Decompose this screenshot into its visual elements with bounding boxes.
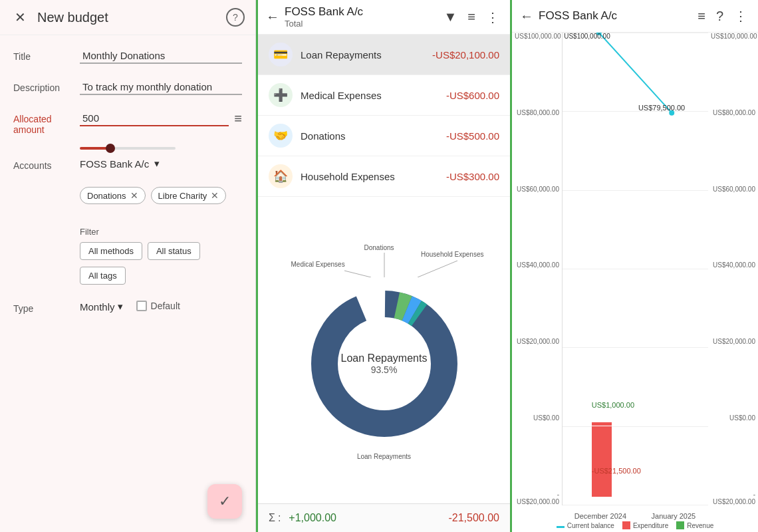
legend-current-balance-label: Current balance: [567, 522, 614, 529]
default-checkbox-label[interactable]: Default: [136, 301, 180, 311]
data-label-1000: US$1,000.00: [592, 401, 634, 409]
tx-medical-amount: -US$600.00: [446, 90, 499, 101]
amount-input[interactable]: [80, 111, 229, 126]
tx-donations-amount: -US$500.00: [446, 130, 499, 142]
right-panel: ← FOSS Bank A/c ≡ ? ⋮ US$100,000.00 US$8…: [512, 0, 758, 532]
tx-household-name: Household Expenses: [301, 171, 446, 182]
right-more-icon[interactable]: ⋮: [731, 5, 750, 27]
revenue-bar: [592, 422, 612, 426]
description-label: Description: [13, 80, 80, 93]
title-row: Title: [13, 49, 242, 64]
right-list-icon[interactable]: ≡: [695, 6, 708, 27]
accounts-label: Accounts: [13, 158, 80, 171]
y-label-0-right: US$0.00: [711, 414, 755, 422]
filter-btn-section: Filter All methods All status All tags: [80, 227, 242, 285]
middle-header-titles: FOSS Bank A/c Total: [285, 5, 436, 29]
all-tags-button[interactable]: All tags: [80, 267, 126, 285]
legend-revenue: Revenue: [676, 521, 713, 529]
middle-panel: ← FOSS Bank A/c Total ▼ ≡ ⋮ 💳 Loan Repay…: [256, 0, 512, 532]
donut-center-label: Loan Repayments: [341, 352, 428, 364]
chip-donations-label: Donations: [87, 191, 126, 201]
y-label-40k-right: US$40,000.00: [711, 261, 755, 269]
filter-text-label: Filter: [80, 227, 242, 237]
checkmark-icon: ✓: [219, 493, 231, 510]
svg-line-3: [599, 33, 672, 113]
transaction-row-loan[interactable]: 💳 Loan Repayments -US$20,100.00: [258, 35, 510, 75]
sigma-icon[interactable]: ≡: [234, 111, 242, 126]
filter-icon[interactable]: ▼: [442, 7, 460, 27]
y-label-60k-left: US$60,000.00: [515, 186, 559, 193]
donut-chart-area: Medical Expenses Donations Household Exp…: [258, 197, 510, 503]
confirm-fab-button[interactable]: ✓: [207, 484, 242, 519]
right-title: FOSS Bank A/c: [539, 9, 690, 23]
filter-placeholder: [13, 187, 80, 190]
transaction-row-medical[interactable]: ➕ Medical Expenses -US$600.00: [258, 75, 510, 116]
chip-donations-remove-icon[interactable]: ✕: [130, 190, 138, 201]
default-checkbox[interactable]: [136, 301, 147, 311]
svg-line-0: [344, 271, 371, 277]
legend-current-balance-color: [557, 526, 565, 528]
description-input[interactable]: [80, 80, 242, 95]
allocated-label: Allocated amount: [13, 111, 80, 135]
type-dropdown-icon: ▾: [118, 301, 123, 313]
y-axis-right: US$100,000.00 US$80,000.00 US$60,000.00 …: [708, 33, 758, 505]
type-row: Type Monthly ▾ Default: [13, 301, 242, 314]
filter-label-row: Type Filter All methods All status All t…: [13, 227, 242, 285]
donut-center-text: Loan Repayments 93.5%: [341, 352, 428, 375]
y-label-60k-right: US$60,000.00: [711, 186, 755, 193]
allocated-row: Allocated amount ≡: [13, 111, 242, 135]
middle-header: ← FOSS Bank A/c Total ▼ ≡ ⋮: [258, 0, 510, 35]
close-button[interactable]: ✕: [11, 8, 29, 27]
transaction-row-household[interactable]: 🏠 Household Expenses -US$300.00: [258, 156, 510, 197]
chip-libre-charity[interactable]: Libre Charity ✕: [151, 187, 227, 204]
tx-donations-name: Donations: [301, 130, 446, 142]
data-label-neg21500: -US$21,500.00: [592, 467, 641, 475]
footer-negative-amount: -21,500.00: [448, 512, 499, 524]
title-label: Title: [13, 49, 80, 62]
amount-slider-row: [13, 140, 242, 158]
chip-donations[interactable]: Donations ✕: [80, 187, 146, 204]
donations-icon: 🤝: [269, 124, 293, 148]
loan-icon: 💳: [269, 43, 293, 66]
middle-back-button[interactable]: ←: [266, 9, 279, 25]
accounts-select[interactable]: FOSS Bank A/c ▾: [80, 158, 242, 170]
accounts-row: Accounts FOSS Bank A/c ▾: [13, 158, 242, 171]
chip-libre-charity-remove-icon[interactable]: ✕: [211, 190, 219, 201]
type-value: Monthly: [80, 301, 115, 313]
amount-slider[interactable]: [80, 147, 176, 150]
filter-btns-row: All methods All status: [80, 242, 242, 260]
donut-center-pct: 93.5%: [341, 364, 428, 375]
middle-header-icons: ▼ ≡ ⋮: [442, 7, 502, 28]
list-icon[interactable]: ≡: [465, 7, 478, 27]
middle-footer: Σ : +1,000.00 -21,500.00: [258, 503, 510, 532]
donut-bottom-label: Loan Repayments: [357, 453, 411, 460]
y-label-neg20k-right: -US$20,000.00: [711, 491, 755, 505]
y-label-20k-left: US$20,000.00: [515, 338, 559, 345]
right-header: ← FOSS Bank A/c ≡ ? ⋮: [512, 0, 758, 33]
right-help-icon[interactable]: ?: [713, 6, 726, 27]
data-label-100k: US$100,000.00: [564, 33, 610, 40]
y-label-100k-left: US$100,000.00: [515, 33, 559, 40]
donut-top-labels: Medical Expenses Donations Household Exp…: [285, 241, 484, 277]
chart-inner: US$100,000.00 US$79,500.00 US$1,000.00 -…: [562, 33, 708, 505]
all-methods-button[interactable]: All methods: [80, 242, 142, 260]
more-icon[interactable]: ⋮: [483, 7, 502, 28]
x-label-dec-2024: December 2024: [574, 512, 626, 520]
tx-loan-name: Loan Repayments: [301, 49, 432, 61]
transaction-row-donations[interactable]: 🤝 Donations -US$500.00: [258, 116, 510, 156]
left-panel: ✕ New budget ? Title Description Allocat…: [0, 0, 256, 532]
type-select[interactable]: Monthly ▾: [80, 301, 123, 313]
left-header: ✕ New budget ?: [0, 0, 255, 35]
filter-section: Donations ✕ Libre Charity ✕: [80, 187, 242, 211]
legend-expenditure-color: [622, 521, 630, 529]
title-input[interactable]: [80, 49, 242, 64]
help-button[interactable]: ?: [226, 8, 245, 27]
line-chart-svg: [563, 33, 708, 505]
y-label-80k-left: US$80,000.00: [515, 109, 559, 116]
legend-current-balance: Current balance: [557, 522, 614, 529]
right-header-icons: ≡ ? ⋮: [695, 5, 750, 27]
all-status-button[interactable]: All status: [148, 242, 200, 260]
right-back-button[interactable]: ←: [520, 9, 533, 24]
x-axis-labels: December 2024 January 2025: [562, 512, 708, 520]
medical-icon: ➕: [269, 83, 293, 107]
